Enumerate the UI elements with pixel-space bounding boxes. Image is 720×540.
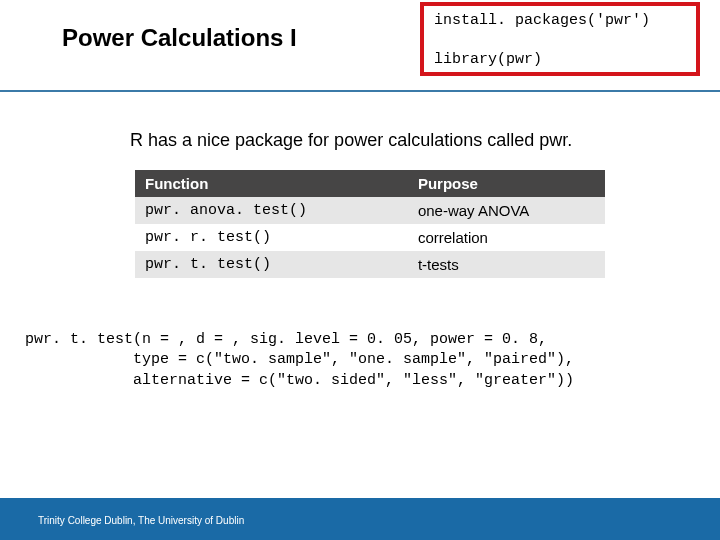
table-row: pwr. anova. test() one-way ANOVA: [135, 197, 605, 224]
table-header-row: Function Purpose: [135, 170, 605, 197]
col-header-purpose: Purpose: [408, 170, 605, 197]
intro-text: R has a nice package for power calculati…: [130, 130, 572, 151]
code-example: pwr. t. test(n = , d = , sig. level = 0.…: [25, 330, 574, 391]
cell-purpose: correlation: [408, 224, 605, 251]
cell-function: pwr. anova. test(): [135, 197, 408, 224]
code-library-line: library(pwr): [434, 51, 686, 68]
cell-function: pwr. t. test(): [135, 251, 408, 278]
code-install-line: install. packages('pwr'): [434, 12, 686, 29]
cell-purpose: t-tests: [408, 251, 605, 278]
footer-bar: Trinity College Dublin, The University o…: [0, 498, 720, 540]
table-row: pwr. r. test() correlation: [135, 224, 605, 251]
footer-text: Trinity College Dublin, The University o…: [38, 515, 244, 526]
cell-purpose: one-way ANOVA: [408, 197, 605, 224]
functions-table: Function Purpose pwr. anova. test() one-…: [135, 170, 605, 278]
slide-title: Power Calculations I: [62, 24, 297, 52]
col-header-function: Function: [135, 170, 408, 197]
install-code-box: install. packages('pwr') library(pwr): [420, 2, 700, 76]
table-row: pwr. t. test() t-tests: [135, 251, 605, 278]
cell-function: pwr. r. test(): [135, 224, 408, 251]
header: Power Calculations I install. packages('…: [0, 0, 720, 92]
